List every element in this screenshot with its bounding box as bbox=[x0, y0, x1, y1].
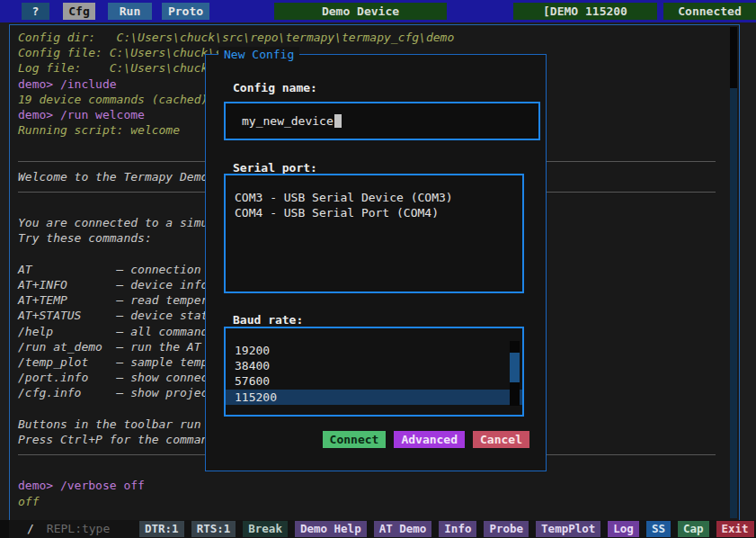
terminal-line: demo> /verbose off bbox=[18, 478, 726, 493]
baud-option[interactable]: 57600 bbox=[226, 373, 522, 389]
footer-buttons: DTR:1RTS:1BreakDemo HelpAT DemoInfoProbe… bbox=[139, 521, 754, 537]
footer-button-tempplot[interactable]: TempPlot bbox=[536, 521, 600, 537]
terminal-line: Config dir: C:\Users\chuck\src\repo\term… bbox=[18, 30, 726, 45]
serial-port-option[interactable]: COM4 - USB Serial Port (COM4) bbox=[226, 205, 522, 220]
serial-port-items: COM3 - USB Serial Device (COM3)COM4 - US… bbox=[226, 175, 522, 220]
device-title: Demo Device bbox=[274, 3, 447, 20]
run-button[interactable]: Run bbox=[108, 3, 152, 20]
serial-port-label: Serial port: bbox=[233, 161, 317, 175]
footer-button-demo-help[interactable]: Demo Help bbox=[295, 521, 367, 537]
serial-port-option[interactable]: COM3 - USB Serial Device (COM3) bbox=[226, 190, 522, 205]
footer-key-repl[interactable]: /REPL:type bbox=[27, 521, 110, 537]
baud-option[interactable]: 115200 bbox=[226, 390, 522, 405]
terminal-scrollbar[interactable] bbox=[730, 27, 737, 518]
repl-key-label: REPL:type bbox=[47, 522, 110, 535]
footer-button-probe[interactable]: Probe bbox=[484, 521, 529, 537]
dialog-button-row: Connect Advanced Cancel bbox=[323, 431, 529, 448]
terminal-line: off bbox=[18, 494, 726, 509]
connect-button[interactable]: Connect bbox=[323, 431, 387, 448]
proto-button[interactable]: Proto bbox=[162, 3, 209, 20]
config-name-value: my_new_device bbox=[242, 114, 334, 128]
config-name-label: Config name: bbox=[233, 81, 317, 94]
footer-button-ss[interactable]: SS bbox=[646, 521, 671, 537]
config-name-input[interactable]: my_new_device bbox=[224, 102, 540, 140]
cfg-button[interactable]: Cfg bbox=[63, 3, 95, 20]
connection-status-badge: Connected bbox=[663, 3, 756, 20]
dialog-title: New Config bbox=[218, 47, 299, 62]
footer-button-break[interactable]: Break bbox=[243, 521, 288, 537]
footer-button-rts-1[interactable]: RTS:1 bbox=[191, 521, 236, 537]
demo-status-badge: [DEMO 115200 bbox=[513, 3, 657, 20]
serial-port-list[interactable]: COM3 - USB Serial Device (COM3)COM4 - US… bbox=[224, 174, 524, 293]
baud-rate-items: 192003840057600115200 bbox=[226, 328, 522, 405]
footer-button-log[interactable]: Log bbox=[608, 521, 639, 537]
advanced-button[interactable]: Advanced bbox=[394, 431, 465, 448]
baud-scrollbar-thumb[interactable] bbox=[510, 353, 520, 382]
baud-option[interactable]: 38400 bbox=[226, 358, 522, 373]
baud-rate-list[interactable]: 192003840057600115200 bbox=[224, 327, 524, 417]
text-cursor bbox=[334, 114, 342, 128]
footer-button-info[interactable]: Info bbox=[439, 521, 476, 537]
footer-button-cap[interactable]: Cap bbox=[678, 521, 709, 537]
footer-bar: /REPL:type DTR:1RTS:1BreakDemo HelpAT De… bbox=[0, 520, 756, 538]
footer-button-dtr-1[interactable]: DTR:1 bbox=[139, 521, 184, 537]
new-config-dialog: New Config Config name: my_new_device Se… bbox=[205, 54, 547, 471]
footer-button-at-demo[interactable]: AT Demo bbox=[374, 521, 432, 537]
baud-scrollbar[interactable] bbox=[510, 341, 520, 406]
baud-option[interactable]: 19200 bbox=[226, 343, 522, 358]
cancel-button[interactable]: Cancel bbox=[473, 431, 529, 448]
footer-button-exit[interactable]: Exit bbox=[716, 521, 754, 537]
repl-key: / bbox=[27, 522, 34, 535]
terminal-scrollbar-thumb[interactable] bbox=[730, 88, 737, 518]
help-button[interactable]: ? bbox=[22, 3, 49, 20]
toolbar: ? Cfg Run Proto Demo Device [DEMO 115200… bbox=[0, 0, 756, 22]
baud-rate-label: Baud rate: bbox=[233, 313, 303, 327]
